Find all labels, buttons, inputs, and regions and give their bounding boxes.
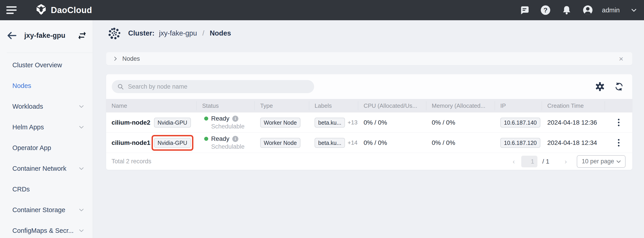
table-row: cilium-node2 Nvidia-GPU Ready i Schedula… xyxy=(106,112,632,133)
sidebar-item-operator-app[interactable]: Operator App xyxy=(0,138,93,158)
creation-time: 2024-04-18 12:34 xyxy=(547,139,597,146)
prev-page-icon[interactable]: ‹ xyxy=(511,158,516,165)
kebab-menu-icon[interactable] xyxy=(616,138,621,148)
memory-value: 0% / 0% xyxy=(432,139,455,146)
col-labels[interactable]: Labels xyxy=(309,101,358,110)
next-page-icon[interactable]: › xyxy=(563,158,568,165)
search-icon xyxy=(117,83,124,90)
pagination: ‹ / 1 › 10 per page xyxy=(511,155,626,168)
ip-tag[interactable]: 10.6.187.120 xyxy=(500,138,540,148)
nodes-collapse-bar[interactable]: Nodes × xyxy=(106,52,632,65)
bell-icon[interactable] xyxy=(562,5,572,15)
sidebar-item-nodes[interactable]: Nodes xyxy=(0,75,93,96)
label-tag[interactable]: beta.ku... xyxy=(314,118,345,128)
red-annotation-box: Nvidia-GPU xyxy=(154,138,191,148)
chevron-down-icon xyxy=(78,165,84,172)
cluster-dots-icon xyxy=(108,27,120,40)
node-type-tag: Worker Node xyxy=(260,118,300,128)
creation-time: 2024-04-18 12:36 xyxy=(547,119,597,126)
chevron-down-icon xyxy=(78,103,84,110)
sidebar-cluster-name: jxy-fake-gpu xyxy=(24,32,66,40)
collapse-bar-label: Nodes xyxy=(122,55,140,62)
status-dot xyxy=(204,137,208,141)
sidebar-item-helm-apps[interactable]: Helm Apps xyxy=(0,117,93,138)
node-name-link[interactable]: cilium-node1 xyxy=(112,139,150,146)
breadcrumb-separator: / xyxy=(202,29,204,37)
memory-value: 0% / 0% xyxy=(432,119,455,126)
sidebar-item-container-storage[interactable]: Container Storage xyxy=(0,200,93,220)
user-name[interactable]: admin xyxy=(602,6,620,14)
cpu-value: 0% / 0% xyxy=(364,119,387,126)
back-arrow-icon[interactable] xyxy=(7,30,17,40)
brand[interactable]: DaoCloud xyxy=(35,4,92,17)
main-content: Cluster: jxy-fake-gpu / Nodes Nodes × xyxy=(93,20,644,238)
col-name[interactable]: Name xyxy=(106,101,197,110)
brand-name: DaoCloud xyxy=(51,6,92,15)
status-text: Ready xyxy=(211,115,229,122)
chevron-down-icon xyxy=(78,207,84,213)
close-icon[interactable]: × xyxy=(619,55,623,62)
chevron-down-icon xyxy=(616,158,622,164)
kebab-menu-icon[interactable] xyxy=(616,118,621,128)
table-toolbar xyxy=(106,74,632,99)
col-status[interactable]: Status xyxy=(197,101,255,110)
cpu-value: 0% / 0% xyxy=(364,139,387,146)
switch-cluster-icon[interactable] xyxy=(77,31,87,40)
col-actions xyxy=(605,101,632,110)
breadcrumb-cluster[interactable]: jxy-fake-gpu xyxy=(159,29,197,37)
search-box[interactable] xyxy=(112,80,314,93)
sidebar-item-cluster-overview[interactable]: Cluster Overview xyxy=(0,55,93,75)
info-icon[interactable]: i xyxy=(232,136,238,142)
col-creation-time[interactable]: Creation Time xyxy=(542,101,605,110)
table-footer: Total 2 records ‹ / 1 › 10 per page xyxy=(106,153,632,170)
table-row: cilium-node1 Nvidia-GPU Ready i Schedula… xyxy=(106,133,632,153)
top-header: DaoCloud ? xyxy=(0,0,644,20)
status-dot xyxy=(204,116,208,120)
page-total: / 1 xyxy=(542,158,549,165)
sidebar: jxy-fake-gpu Cluster Overview Nodes Work… xyxy=(0,20,93,238)
gpu-tag: Nvidia-GPU xyxy=(154,118,191,128)
page-number-input[interactable] xyxy=(521,156,538,167)
chevron-down-icon xyxy=(78,228,84,234)
label-more-count[interactable]: +14 xyxy=(348,139,358,146)
menu-icon[interactable] xyxy=(6,6,17,14)
info-icon[interactable]: i xyxy=(232,116,238,122)
label-more-count[interactable]: +13 xyxy=(348,119,358,126)
schedulable-text: Schedulable xyxy=(211,143,245,150)
page-size-select[interactable]: 10 per page xyxy=(577,155,626,168)
gear-icon[interactable] xyxy=(595,82,605,92)
sidebar-item-workloads[interactable]: Workloads xyxy=(0,96,93,117)
ip-tag[interactable]: 10.6.187.140 xyxy=(500,118,540,128)
daocloud-logo-icon xyxy=(35,4,47,17)
breadcrumb: Cluster: jxy-fake-gpu / Nodes xyxy=(108,28,644,39)
user-chevron-down-icon[interactable] xyxy=(630,7,637,14)
node-name-link[interactable]: cilium-node2 xyxy=(112,119,150,126)
chat-icon[interactable] xyxy=(519,5,530,15)
gpu-tag: Nvidia-GPU xyxy=(154,138,191,148)
sidebar-item-container-network[interactable]: Container Network xyxy=(0,158,93,179)
help-icon[interactable]: ? xyxy=(540,5,551,15)
chevron-right-icon xyxy=(112,56,118,62)
breadcrumb-current: Nodes xyxy=(210,29,231,37)
breadcrumb-prefix: Cluster: xyxy=(128,29,154,37)
col-cpu[interactable]: CPU (Allocated/Us... xyxy=(358,101,426,110)
avatar-icon[interactable] xyxy=(582,5,593,15)
nodes-card: Name Status Type Labels CPU (Allocated/U… xyxy=(106,74,632,170)
status-text: Ready xyxy=(211,135,229,142)
sidebar-item-configmaps-secrets[interactable]: ConfigMaps & Secr... xyxy=(0,220,93,238)
total-records: Total 2 records xyxy=(112,158,151,165)
chevron-down-icon xyxy=(78,124,84,130)
schedulable-text: Schedulable xyxy=(211,123,245,130)
search-input[interactable] xyxy=(128,83,309,90)
sidebar-menu: Cluster Overview Nodes Workloads Helm Ap… xyxy=(0,53,93,238)
table-header: Name Status Type Labels CPU (Allocated/U… xyxy=(106,99,632,112)
refresh-icon[interactable] xyxy=(614,82,624,92)
label-tag[interactable]: beta.ku... xyxy=(314,138,345,148)
col-type[interactable]: Type xyxy=(255,101,309,110)
sidebar-item-crds[interactable]: CRDs xyxy=(0,179,93,200)
col-memory[interactable]: Memory (Allocated... xyxy=(426,101,495,110)
node-type-tag: Worker Node xyxy=(260,138,300,148)
col-ip[interactable]: IP xyxy=(495,101,542,110)
